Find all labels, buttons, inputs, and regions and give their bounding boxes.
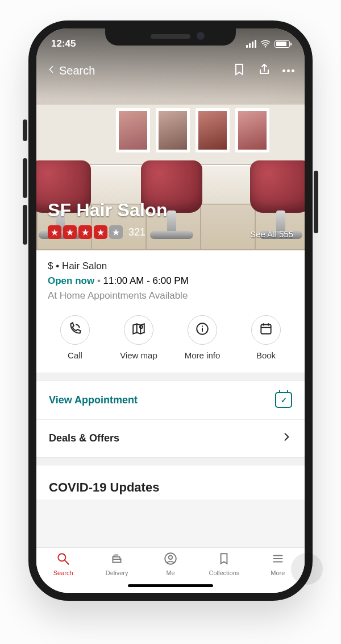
tab-more[interactable]: More (251, 551, 305, 593)
tab-label: More (271, 569, 285, 576)
home-indicator[interactable] (128, 584, 213, 587)
view-map-button[interactable]: View map (107, 315, 170, 360)
star-icon: ★ (94, 225, 107, 239)
share-button[interactable] (257, 63, 271, 79)
info-icon (195, 321, 210, 338)
overflow-menu-button[interactable] (282, 69, 294, 72)
phone-frame: 12:45 Search (28, 20, 313, 601)
view-appointment-row[interactable]: View Appointment (36, 381, 305, 420)
chevron-right-icon (281, 431, 292, 445)
open-status: Open now (48, 275, 94, 286)
status-time: 12:45 (51, 38, 76, 49)
calendar-icon (259, 321, 273, 338)
phone-mute-switch (23, 119, 27, 141)
svg-point-1 (140, 325, 143, 328)
deals-label: Deals & Offers (49, 432, 119, 444)
section-gap (36, 457, 305, 465)
bookmark-icon (217, 551, 231, 567)
tab-label: Search (53, 569, 73, 576)
more-info-label: More info (185, 350, 221, 360)
svg-point-4 (59, 554, 66, 561)
search-icon (56, 551, 70, 567)
hero-art-photo (156, 108, 190, 152)
back-button[interactable]: Search (47, 63, 95, 79)
star-icon: ★ (48, 225, 61, 239)
phone-volume-up (23, 158, 27, 198)
battery-icon (275, 40, 290, 48)
phone-volume-down (23, 205, 27, 245)
business-hours: 11:00 AM - 6:00 PM (103, 275, 189, 286)
cell-signal-icon (246, 40, 256, 48)
tab-label: Collections (209, 569, 240, 576)
dot-separator: • (56, 261, 59, 271)
tab-label: Delivery (106, 569, 128, 576)
book-button[interactable]: Book (234, 315, 298, 360)
tab-search[interactable]: Search (36, 551, 90, 593)
dot-separator: • (94, 275, 103, 286)
business-info: $ • Hair Salon Open now • 11:00 AM - 6:0… (36, 250, 305, 307)
rating-stars: ★ ★ ★ ★ ★ (48, 225, 123, 239)
scroll-body[interactable]: $ • Hair Salon Open now • 11:00 AM - 6:0… (36, 250, 305, 593)
tab-bar: Search Delivery Me Collections (36, 547, 305, 593)
business-name: SF Hair Salon (48, 200, 293, 221)
business-category: Hair Salon (62, 261, 107, 271)
call-label: Call (68, 350, 82, 360)
covid-updates-title: COVID-19 Updates (36, 465, 305, 499)
nav-bar: Search (36, 58, 305, 83)
menu-icon (271, 551, 285, 567)
hero-art-photo (196, 108, 230, 152)
review-count: 321 (128, 226, 145, 238)
deals-row[interactable]: Deals & Offers (36, 420, 305, 457)
see-all-photos-button[interactable]: See All 555 (250, 229, 293, 239)
view-map-label: View map (120, 350, 157, 360)
tab-label: Me (166, 569, 174, 576)
svg-point-0 (265, 46, 266, 47)
chevron-left-icon (47, 63, 56, 79)
phone-icon (68, 321, 82, 338)
app-screen: 12:45 Search (36, 28, 305, 593)
call-button[interactable]: Call (43, 315, 107, 360)
phone-power-button (314, 171, 318, 233)
svg-point-6 (169, 556, 173, 560)
back-label: Search (59, 64, 95, 77)
bookmark-button[interactable] (232, 63, 246, 79)
price-range: $ (48, 261, 53, 271)
map-icon (131, 321, 146, 338)
view-appointment-label: View Appointment (49, 394, 138, 406)
business-note: At Home Appointments Available (48, 290, 293, 302)
phone-notch (105, 27, 236, 46)
star-icon: ★ (63, 225, 77, 239)
rating-row[interactable]: ★ ★ ★ ★ ★ 321 See All 555 (48, 225, 293, 239)
svg-rect-3 (261, 324, 271, 333)
action-row: Call View map More info (36, 307, 305, 373)
calendar-check-icon (275, 392, 292, 408)
hero-art-photo (116, 108, 150, 152)
more-info-button[interactable]: More info (170, 315, 234, 360)
star-icon: ★ (109, 225, 123, 239)
book-label: Book (256, 350, 276, 360)
section-gap (36, 373, 305, 381)
star-icon: ★ (78, 225, 92, 239)
delivery-icon (110, 551, 124, 567)
user-icon (163, 551, 178, 567)
wifi-icon (260, 39, 271, 49)
business-hero: 12:45 Search (36, 28, 305, 250)
hero-art-photo (235, 108, 269, 152)
